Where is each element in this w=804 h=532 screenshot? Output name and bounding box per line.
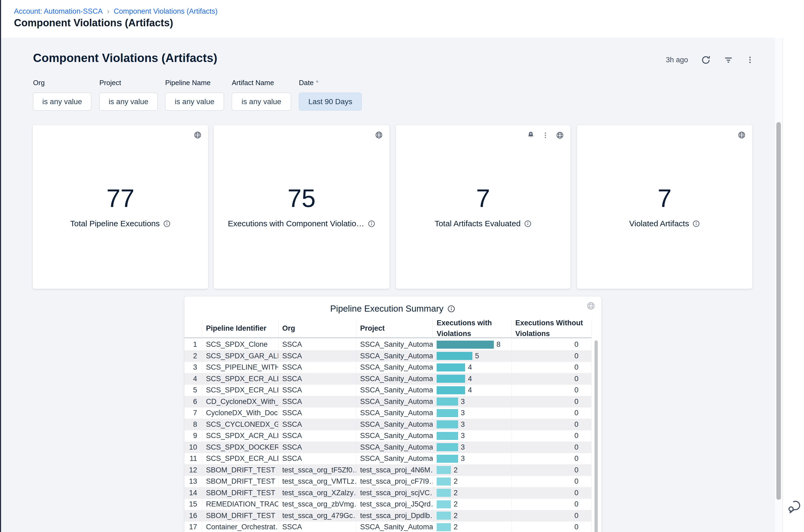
cell-org: test_ssca_org_479Gc… (279, 510, 356, 521)
column-header-pipeline-identifier[interactable]: Pipeline Identifier (202, 319, 279, 337)
info-icon[interactable] (692, 220, 700, 228)
cell-executions-without-violations: 0 (511, 499, 592, 510)
cell-executions-without-violations: 0 (511, 350, 592, 362)
filter-icon[interactable] (724, 55, 733, 65)
cell-org: SSCA (279, 385, 356, 396)
cell-project: SSCA_Sanity_Automa… (356, 385, 433, 396)
violations-bar[interactable] (437, 375, 465, 383)
cell-executions-without-violations: 0 (511, 442, 592, 453)
cell-project: SSCA_Sanity_Automa… (356, 521, 433, 532)
filter-org-value[interactable]: is any value (33, 93, 91, 111)
cell-executions-without-violations: 0 (511, 419, 592, 430)
row-index: 17 (185, 521, 202, 532)
row-index: 13 (185, 476, 202, 487)
globe-icon[interactable] (586, 301, 595, 310)
cell-org: SSCA (279, 350, 356, 362)
column-header-executions-without-violations[interactable]: Executions Without Violations (511, 319, 592, 337)
panel-title: Pipeline Execution Summary (330, 304, 444, 314)
violations-bar[interactable] (437, 363, 465, 372)
cell-project: SSCA_Sanity_Automa… (356, 339, 433, 350)
violations-bar[interactable] (437, 489, 451, 497)
cell-pipeline-identifier: SCS_SPDX_Clone (202, 339, 279, 350)
violations-bar[interactable] (437, 512, 451, 520)
table-row: 10 SCS_SPDX_DOCKER_… SSCA SSCA_Sanity_Au… (185, 442, 592, 453)
table-row: 17 Container_Orchestrat… SSCA SSCA_Sanit… (185, 521, 592, 532)
cell-org: SSCA (279, 453, 356, 464)
table-row: 12 SBOM_DRIFT_TEST test_ssca_org_tF5Zf0…… (185, 464, 592, 476)
row-index: 10 (185, 442, 202, 453)
violations-bar[interactable] (437, 386, 465, 394)
column-header-executions-with-violations[interactable]: Executions with Violations (433, 319, 511, 337)
filter-project-value[interactable]: is any value (99, 93, 157, 111)
violations-bar[interactable] (437, 500, 451, 508)
row-index: 4 (185, 373, 202, 385)
violations-count: 8 (497, 340, 501, 349)
cell-executions-with-violations: 4 (433, 362, 511, 373)
table-row: 14 SBOM_DRIFT_TEST test_ssca_org_XZalzy…… (185, 488, 592, 499)
column-header-project[interactable]: Project (356, 319, 433, 337)
table-row: 7 CycloneDX_With_Doc… SSCA SSCA_Sanity_A… (185, 407, 592, 419)
cell-executions-with-violations: 3 (433, 396, 511, 407)
cell-pipeline-identifier: SCS_SPDX_ECR_ALL_… (202, 385, 279, 396)
cell-org: SSCA (279, 430, 356, 441)
kebab-menu-icon[interactable] (746, 56, 754, 64)
violations-bar[interactable] (437, 420, 458, 429)
cell-project: SSCA_Sanity_Automa… (356, 362, 433, 373)
cell-executions-without-violations: 0 (511, 464, 592, 476)
filter-artifact-name: Artifact Name is any value (232, 79, 291, 111)
violations-bar[interactable] (437, 398, 458, 405)
breadcrumb-current-link[interactable]: Component Violations (Artifacts) (114, 7, 218, 16)
cell-pipeline-identifier: SCS_SPDX_ECR_ALL_… (202, 453, 279, 464)
page-scrollbar-thumb[interactable] (777, 122, 781, 500)
stat-value: 7 (658, 186, 672, 211)
violations-count: 2 (453, 500, 457, 508)
stat-value: 77 (106, 186, 134, 211)
stat-value: 7 (476, 186, 490, 211)
cell-executions-without-violations: 0 (511, 339, 592, 350)
violations-bar[interactable] (437, 466, 451, 474)
table-row: 6 CD_CycloneDX_With_… SSCA SSCA_Sanity_A… (185, 396, 592, 408)
violations-bar[interactable] (437, 443, 458, 451)
stat-value: 75 (287, 186, 316, 211)
info-icon[interactable] (163, 220, 171, 228)
cell-project: test_ssca_proj_J5Qrd… (356, 499, 433, 510)
filter-pipeline-name-value[interactable]: is any value (165, 93, 224, 111)
cell-pipeline-identifier: SCS_SPDX_ACR_ALL… (202, 430, 279, 441)
cell-executions-with-violations: 3 (433, 453, 511, 464)
table-scrollbar-thumb[interactable] (595, 340, 598, 532)
cell-org: test_ssca_org_tF5Zf0… (279, 464, 356, 476)
violations-bar[interactable] (437, 432, 458, 440)
cell-org: SSCA (279, 521, 356, 532)
column-header-org[interactable]: Org (279, 319, 356, 337)
violations-bar[interactable] (437, 352, 472, 360)
page-header: Account: Automation-SSCA › Component Vio… (1, 0, 804, 38)
stat-card-violated-artifacts: 7 Violated Artifacts (577, 125, 752, 289)
breadcrumb-account-link[interactable]: Account: Automation-SSCA (14, 7, 102, 16)
cell-executions-with-violations: 3 (433, 442, 511, 453)
violations-count: 2 (453, 489, 457, 497)
table-row: 5 SCS_SPDX_ECR_ALL_… SSCA SSCA_Sanity_Au… (185, 385, 592, 396)
violations-bar[interactable] (437, 477, 451, 486)
cell-executions-without-violations: 0 (511, 521, 592, 532)
cell-org: test_ssca_org_zbVmg… (279, 499, 356, 510)
refresh-icon[interactable] (701, 55, 711, 65)
filter-project: Project is any value (99, 79, 157, 111)
info-icon[interactable] (447, 305, 455, 313)
filter-pipeline-name: Pipeline Name is any value (165, 79, 224, 111)
violations-bar[interactable] (437, 455, 458, 463)
cell-project: SSCA_Sanity_Automa… (356, 419, 433, 430)
info-icon[interactable] (368, 220, 375, 228)
cell-executions-without-violations: 0 (511, 373, 592, 385)
filter-date-value[interactable]: Last 90 Days (299, 93, 362, 111)
info-icon[interactable] (524, 220, 532, 228)
chat-icon[interactable] (787, 499, 802, 514)
cell-project: test_ssca_proj_4N6M… (356, 464, 433, 476)
page-scrollbar-track[interactable] (774, 38, 783, 532)
cell-executions-with-violations: 3 (433, 407, 511, 419)
cell-org: SSCA (279, 373, 356, 385)
filter-artifact-name-value[interactable]: is any value (232, 93, 291, 111)
violations-count: 3 (461, 443, 465, 452)
violations-bar[interactable] (437, 523, 451, 531)
violations-bar[interactable] (437, 341, 494, 349)
violations-bar[interactable] (437, 409, 458, 417)
